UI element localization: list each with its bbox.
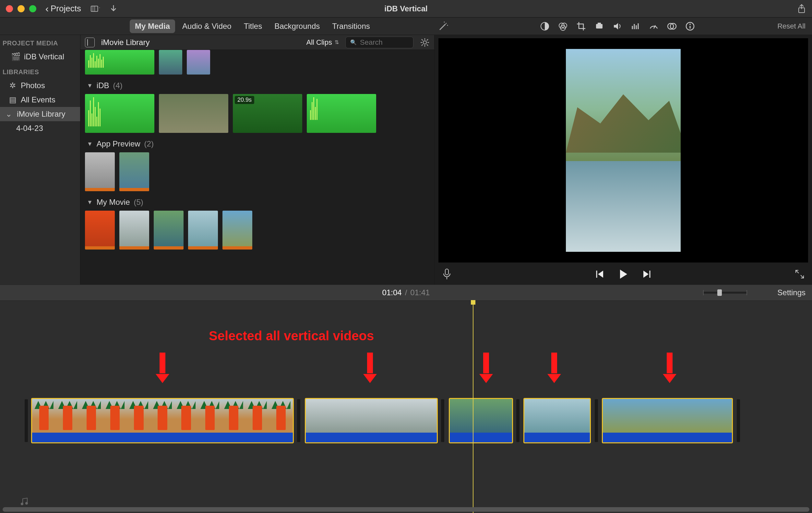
clip-filter-dropdown[interactable]: All Clips ⇅ xyxy=(307,38,339,47)
sidebar-item-all-events[interactable]: ▤ All Events xyxy=(0,93,80,107)
clip-thumbnail[interactable] xyxy=(188,211,218,249)
event-header-app-preview[interactable]: ▼ App Preview (2) xyxy=(85,133,430,152)
crop-icon[interactable] xyxy=(576,21,586,31)
color-balance-icon[interactable] xyxy=(540,21,550,31)
back-label: Projects xyxy=(51,4,81,13)
clip-thumbnail[interactable] xyxy=(159,50,182,74)
timeline-clip[interactable] xyxy=(449,398,513,443)
clip-thumbnail[interactable] xyxy=(223,211,252,249)
close-window-icon[interactable] xyxy=(6,5,13,12)
speed-icon[interactable] xyxy=(649,21,659,31)
svg-point-8 xyxy=(446,23,447,24)
event-count: (5) xyxy=(134,198,143,207)
clip-thumbnail[interactable] xyxy=(187,50,210,74)
svg-line-34 xyxy=(427,44,428,46)
sidebar-item-project[interactable]: 🎬 iDB Vertical xyxy=(0,50,80,64)
duration-badge: 20.9s xyxy=(235,96,254,104)
reset-all-button[interactable]: Reset All xyxy=(777,22,806,30)
sidebar-item-imovie-library[interactable]: ⌄ iMovie Library xyxy=(0,107,80,121)
clip-thumbnail[interactable] xyxy=(85,152,115,191)
color-correction-icon[interactable] xyxy=(558,21,568,31)
svg-line-44 xyxy=(796,271,799,273)
play-button[interactable] xyxy=(617,268,629,280)
filter-label: All Clips xyxy=(307,38,332,47)
video-frame xyxy=(566,49,681,252)
next-frame-button[interactable] xyxy=(642,269,652,279)
info-icon[interactable] xyxy=(685,21,695,31)
tab-titles[interactable]: Titles xyxy=(239,20,267,33)
gear-icon[interactable] xyxy=(420,38,430,47)
timeline-gap[interactable] xyxy=(441,399,444,442)
back-to-projects-button[interactable]: ‹ Projects xyxy=(46,4,81,13)
sidebar-toggle-icon[interactable] xyxy=(85,38,95,47)
tab-backgrounds[interactable]: Backgrounds xyxy=(269,20,325,33)
clip-thumbnail[interactable]: 20.9s xyxy=(233,94,302,133)
app-title: iDB Vertical xyxy=(384,4,427,13)
share-icon[interactable] xyxy=(797,4,806,13)
stabilization-icon[interactable] xyxy=(594,21,604,31)
timeline-edge xyxy=(737,399,740,442)
sidebar-item-label: Photos xyxy=(21,81,45,90)
fullscreen-window-icon[interactable] xyxy=(29,5,36,12)
horizontal-scrollbar[interactable] xyxy=(3,507,809,512)
timecode-sep: / xyxy=(405,288,407,297)
clip-thumbnail[interactable] xyxy=(307,94,376,133)
music-track-icon xyxy=(20,497,29,507)
titlebar: ‹ Projects ♪ iDB Vertical xyxy=(0,0,812,18)
svg-marker-41 xyxy=(620,270,627,279)
search-input[interactable] xyxy=(360,38,409,47)
film-icon: ▤ xyxy=(8,96,17,104)
tab-transitions[interactable]: Transitions xyxy=(327,20,375,33)
timeline-clip[interactable] xyxy=(602,398,733,443)
timeline-gap[interactable] xyxy=(595,399,598,442)
media-import-icon[interactable]: ♪ xyxy=(91,4,100,13)
timeline[interactable]: Selected all vertical videos xyxy=(0,301,812,513)
search-icon: 🔍 xyxy=(350,39,357,46)
volume-icon[interactable] xyxy=(613,21,622,31)
clip-thumbnail[interactable] xyxy=(154,211,183,249)
timeline-header: 01:04 / 01:41 Settings xyxy=(0,284,812,301)
timeline-clip[interactable] xyxy=(305,398,438,443)
clip-thumbnail[interactable] xyxy=(119,211,149,249)
tab-my-media[interactable]: My Media xyxy=(130,20,175,33)
zoom-thumb[interactable] xyxy=(717,290,722,296)
sidebar-item-photos[interactable]: ✲ Photos xyxy=(0,79,80,93)
fullscreen-icon[interactable] xyxy=(795,270,804,279)
event-header-my-movie[interactable]: ▼ My Movie (5) xyxy=(85,191,430,211)
svg-line-45 xyxy=(801,275,803,278)
voiceover-mic-icon[interactable] xyxy=(442,268,452,280)
playhead[interactable] xyxy=(473,301,473,513)
timeline-settings-button[interactable]: Settings xyxy=(777,288,806,297)
flower-icon: ✲ xyxy=(8,81,17,90)
clip-thumbnail[interactable] xyxy=(119,152,149,191)
sidebar-item-date-event[interactable]: 4-04-23 xyxy=(0,121,80,135)
prev-frame-button[interactable] xyxy=(595,269,605,279)
svg-marker-40 xyxy=(598,271,603,278)
tab-audio-video[interactable]: Audio & Video xyxy=(177,20,237,33)
timeline-gap[interactable] xyxy=(297,399,300,442)
minimize-window-icon[interactable] xyxy=(18,5,25,12)
sidebar-item-label: iDB Vertical xyxy=(24,52,64,61)
zoom-slider[interactable] xyxy=(703,292,747,294)
event-header-idb[interactable]: ▼ iDB (4) xyxy=(85,74,430,94)
noise-equalizer-icon[interactable] xyxy=(631,21,640,31)
event-name: My Movie xyxy=(97,198,130,207)
svg-point-10 xyxy=(444,21,445,22)
timeline-clip[interactable] xyxy=(31,398,294,443)
search-field[interactable]: 🔍 xyxy=(345,37,413,48)
clip-thumbnail[interactable] xyxy=(85,50,154,74)
clip-thumbnail[interactable] xyxy=(159,94,228,133)
svg-line-7 xyxy=(440,24,445,30)
download-icon[interactable] xyxy=(109,4,118,13)
svg-rect-15 xyxy=(596,24,603,29)
timeline-clip[interactable] xyxy=(523,398,591,443)
timeline-gap[interactable] xyxy=(516,399,520,442)
filter-icon[interactable] xyxy=(667,21,677,31)
video-viewer[interactable] xyxy=(438,38,808,263)
magic-wand-icon[interactable] xyxy=(438,21,449,32)
updown-icon: ⇅ xyxy=(335,39,339,46)
browser-header: iMovie Library All Clips ⇅ 🔍 xyxy=(80,35,434,50)
clip-thumbnail[interactable] xyxy=(85,211,115,249)
clip-thumbnail[interactable] xyxy=(85,94,154,133)
svg-point-47 xyxy=(25,502,28,505)
